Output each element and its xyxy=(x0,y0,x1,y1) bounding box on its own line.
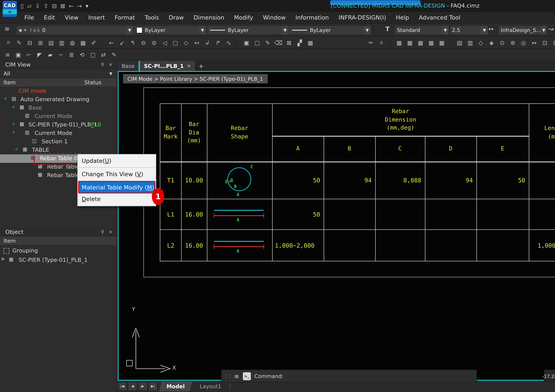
toolbar-icon[interactable]: ▢ xyxy=(252,38,262,48)
toolbar-icon[interactable]: ⌗ xyxy=(4,38,13,48)
text-size-combo[interactable]: 2.5 ▼ xyxy=(449,25,488,35)
toolbar-icon[interactable]: ▦ xyxy=(394,38,404,48)
quick-access-icon[interactable]: ▱ xyxy=(27,3,32,9)
hamburger-icon[interactable]: ≡ xyxy=(233,372,243,380)
chevron-down-icon[interactable]: ▼ xyxy=(126,26,133,35)
menu-item[interactable]: Tools xyxy=(140,14,164,21)
menu-item[interactable]: View xyxy=(60,14,83,21)
chevron-down-icon[interactable]: ▼ xyxy=(541,26,547,35)
toolbar-icon[interactable]: ◤ xyxy=(35,50,44,59)
tree-item-object-sc-pier[interactable]: ▶ ▦ SC-PIER (Type-01)_PLB_1 xyxy=(0,256,117,264)
toolbar-icon[interactable]: ⊞ xyxy=(36,38,45,48)
quick-access-icon[interactable]: ⊠ xyxy=(60,3,65,9)
quick-access-icon[interactable]: ⇧ xyxy=(44,3,48,9)
chevron-down-icon[interactable]: ▼ xyxy=(442,26,449,35)
collapse-arrow-icon[interactable]: ▶ xyxy=(2,257,5,261)
layer-state-icon[interactable]: ▯ xyxy=(37,28,39,32)
menu-item[interactable]: Insert xyxy=(83,14,110,21)
quick-access-icon[interactable]: ← xyxy=(69,3,73,9)
drag-handle-icon[interactable]: ⋮⋮ xyxy=(222,374,233,378)
toolbar-icon[interactable]: ▦ xyxy=(78,38,88,48)
toolbar-icon[interactable]: ✐ xyxy=(89,38,99,48)
chevron-down-icon[interactable]: ▼ xyxy=(282,26,289,35)
toolbar-icon[interactable]: ▤ xyxy=(455,38,464,48)
lineweight-combo[interactable]: ByLayer ▼ xyxy=(289,25,371,35)
tree-item-sc-pier[interactable]: ⊿ ▦ SC-PIER (Type-01)_PLB_1 PLB xyxy=(0,121,117,129)
expand-icon[interactable]: ⊿ xyxy=(23,155,26,159)
expand-icon[interactable]: ⊿ xyxy=(12,129,15,134)
toolbar-icon[interactable]: ▦ xyxy=(437,38,447,48)
toolbar-icon[interactable]: ▦ xyxy=(306,38,315,48)
tree-item-current-mode-2[interactable]: ⊿ ▥ Current Mode xyxy=(0,129,117,137)
menu-item[interactable]: File xyxy=(20,14,39,21)
toolbar-icon[interactable]: ◇ xyxy=(181,38,191,48)
context-menu-item-delete[interactable]: Delete xyxy=(78,193,156,204)
toolbar-icon[interactable]: ← xyxy=(107,38,116,48)
toolbar-icon[interactable]: ◍ xyxy=(67,38,77,48)
multileader-icon[interactable]: ↝ xyxy=(548,25,554,32)
first-layout-button[interactable]: |◀ xyxy=(118,382,127,391)
tree-item-cim-mode[interactable]: CIM mode xyxy=(0,87,117,95)
drawing-canvas[interactable]: CIM Mode > Point Library > SC-PIER (Type… xyxy=(118,71,555,381)
toolbar-icon[interactable]: ▥ xyxy=(465,38,475,48)
toolbar-icon[interactable]: ⊙ xyxy=(497,38,507,48)
toolbar-icon[interactable]: ▣ xyxy=(241,38,251,48)
toolbar-icon[interactable]: ▣ xyxy=(13,50,23,59)
toolbar-icon[interactable]: ⇄ xyxy=(99,50,108,59)
toolbar-icon[interactable]: ⟲ xyxy=(77,50,87,59)
linetype-combo[interactable]: ByLayer ▼ xyxy=(206,25,289,35)
tree-item-base[interactable]: ⊿ ▦ Base xyxy=(0,104,117,112)
toolbar-icon[interactable]: ∿ xyxy=(224,38,234,48)
toolbar-icon[interactable]: ▦ xyxy=(416,38,425,48)
toolbar-icon[interactable]: ✎ xyxy=(263,38,273,48)
toolbar-icon[interactable]: ≣ xyxy=(67,50,76,59)
toolbar-icon[interactable]: ↰ xyxy=(128,38,138,48)
toolbar-icon[interactable]: ⊞ xyxy=(551,38,555,48)
new-tab-button[interactable]: + xyxy=(195,61,207,71)
toolbar-icon[interactable]: ▞ xyxy=(295,38,305,48)
expand-icon[interactable]: ⊿ xyxy=(15,146,18,151)
toolbar-icon[interactable]: ▤ xyxy=(46,38,56,48)
toolbar-icon[interactable]: ✑ xyxy=(366,38,376,48)
chevron-down-icon[interactable]: ▼ xyxy=(199,26,206,35)
close-tab-icon[interactable]: × xyxy=(187,63,191,69)
toolbar-icon[interactable]: ✎ xyxy=(109,50,119,59)
toolbar-icon[interactable]: ─ xyxy=(56,50,66,59)
toolbar-icon[interactable]: ⊠ xyxy=(284,38,294,48)
toolbar-icon[interactable]: ◁ xyxy=(160,38,170,48)
quick-access-icon[interactable]: ⇩ xyxy=(35,3,40,9)
pin-icon[interactable]: ⚲ xyxy=(101,62,104,67)
text-style-icon[interactable]: T xyxy=(385,25,390,32)
chevron-down-icon[interactable]: ▼ xyxy=(364,26,371,35)
layer-state-icon[interactable]: ✳ xyxy=(23,28,27,32)
layer-state-icon[interactable]: ◉ xyxy=(19,28,22,32)
quick-access-icon[interactable]: ▾ xyxy=(86,3,88,9)
toolbar-icon[interactable]: ▢ xyxy=(170,38,180,48)
tree-item-current-mode[interactable]: ▥ Current Mode xyxy=(0,112,117,121)
close-icon[interactable]: × xyxy=(109,229,112,234)
chevron-down-icon[interactable]: ▼ xyxy=(481,26,488,35)
dimension-style-icon[interactable]: ↔ xyxy=(488,25,494,32)
toolbar-icon[interactable]: ≡ xyxy=(3,50,12,59)
toolbar-icon[interactable]: ▰ xyxy=(45,50,55,59)
menu-item[interactable]: Advanced Tool xyxy=(414,14,465,21)
toolbar-icon[interactable]: ↲ xyxy=(203,38,212,48)
toolbar-icon[interactable]: ⊘ xyxy=(149,38,159,48)
menu-item[interactable]: Help xyxy=(391,14,414,21)
layer-state-icon[interactable]: ☽ xyxy=(28,28,32,32)
close-icon[interactable]: × xyxy=(109,62,112,67)
toolbar-icon[interactable]: ⌽ xyxy=(377,38,386,48)
toolbar-icon[interactable]: ⊟ xyxy=(25,38,35,48)
menu-item[interactable]: Window xyxy=(258,14,291,21)
context-menu-item-change-view[interactable]: Change This View (V) xyxy=(78,168,156,181)
tab-base[interactable]: Base xyxy=(118,61,139,71)
context-menu-item-material-table-modify[interactable]: Material Table Modify (M) xyxy=(78,181,155,193)
context-menu-item-update[interactable]: Update(U) xyxy=(78,154,156,167)
toolbar-icon[interactable]: ↔ xyxy=(529,38,539,48)
tree-item-auto-generated-drawing[interactable]: ⊿ ▤ Auto Generated Drawing xyxy=(0,95,117,104)
menu-item[interactable]: Information xyxy=(291,14,334,21)
expand-icon[interactable]: ⊿ xyxy=(12,121,15,126)
prev-layout-button[interactable]: ◀ xyxy=(128,382,137,391)
tab-sc-pier-active[interactable]: SC-PI...PLB_1 × xyxy=(139,61,195,71)
pin-icon[interactable]: ⚲ xyxy=(101,229,104,234)
